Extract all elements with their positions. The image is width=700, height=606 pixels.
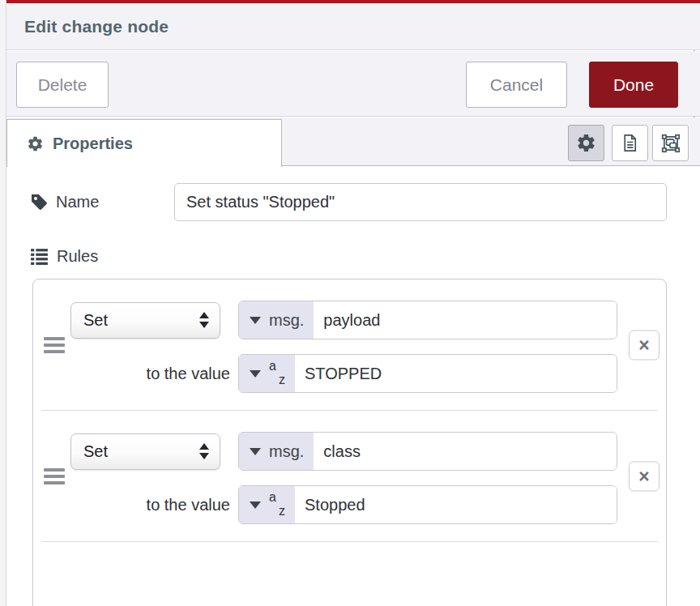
delete-button[interactable]: Delete — [16, 62, 109, 108]
done-button[interactable]: Done — [589, 62, 678, 108]
appearance-tab-button[interactable] — [652, 125, 689, 161]
rules-list: Set msg. to the value — [32, 279, 667, 606]
appearance-icon — [660, 133, 681, 154]
chevron-down-icon — [250, 370, 261, 378]
rule-property-typed-input: msg. — [238, 432, 617, 471]
list-icon — [29, 246, 49, 267]
name-label-text: Name — [56, 193, 99, 211]
rule-value-input[interactable] — [295, 486, 617, 523]
remove-rule-button[interactable]: × — [629, 330, 659, 360]
tab-properties-label: Properties — [53, 134, 133, 153]
tag-icon — [29, 192, 49, 211]
property-prefix-label: msg. — [269, 442, 304, 461]
cancel-button[interactable]: Cancel — [466, 62, 567, 108]
rule-action-select[interactable]: Set — [70, 302, 220, 339]
select-arrows-icon — [199, 312, 209, 328]
property-type-dropdown[interactable]: msg. — [239, 301, 314, 339]
rule-action-value: Set — [83, 442, 108, 461]
dialog-button-row: Delete Cancel Done — [6, 51, 700, 117]
rule-property-typed-input: msg. — [238, 301, 617, 339]
chevron-down-icon — [250, 448, 261, 455]
rule-property-input[interactable] — [314, 433, 617, 470]
remove-rule-button[interactable]: × — [629, 461, 659, 491]
rule-value-input[interactable] — [295, 355, 617, 392]
rule-action-value: Set — [83, 311, 108, 330]
rule-action-select[interactable]: Set — [70, 433, 220, 470]
chevron-down-icon — [250, 317, 261, 324]
rule-value-typed-input: a z — [238, 485, 617, 524]
tab-properties[interactable]: Properties — [6, 119, 282, 167]
edit-change-node-dialog: Edit change node Delete Cancel Done Prop… — [6, 0, 700, 606]
properties-tab-button[interactable] — [568, 125, 604, 161]
editor-stage: Edit change node Delete Cancel Done Prop… — [0, 0, 700, 606]
description-tab-button[interactable] — [612, 125, 648, 161]
property-prefix-label: msg. — [269, 311, 304, 330]
name-input[interactable] — [174, 183, 667, 221]
dialog-content: Name Rules — [6, 166, 700, 606]
to-the-value-label: to the value — [70, 496, 238, 514]
rule-row: Set msg. to the value — [33, 280, 666, 410]
dialog-header: Edit change node — [6, 3, 700, 50]
rules-section-label: Rules — [29, 246, 98, 267]
select-arrows-icon — [199, 443, 209, 459]
value-type-dropdown[interactable]: a z — [239, 486, 295, 523]
close-icon: × — [638, 467, 649, 485]
name-field-label: Name — [29, 192, 99, 211]
dialog-title: Edit change node — [24, 17, 169, 36]
close-icon: × — [638, 335, 649, 354]
rules-label-text: Rules — [57, 247, 98, 266]
property-type-dropdown[interactable]: msg. — [239, 433, 314, 470]
tab-bar: Properties — [6, 117, 700, 166]
chevron-down-icon — [250, 501, 261, 509]
rule-property-input[interactable] — [314, 301, 617, 339]
string-type-icon: a z — [269, 491, 285, 519]
to-the-value-label: to the value — [70, 365, 238, 383]
value-type-dropdown[interactable]: a z — [239, 355, 295, 392]
document-icon — [620, 133, 640, 153]
rule-value-typed-input: a z — [238, 354, 617, 393]
rule-row: Set msg. to the value — [33, 411, 666, 541]
rule-divider — [41, 541, 658, 542]
drag-handle-icon[interactable] — [44, 468, 65, 484]
drag-handle-icon[interactable] — [44, 337, 65, 353]
gear-icon — [576, 133, 596, 153]
workspace-edge — [0, 0, 6, 606]
string-type-icon: a z — [269, 360, 285, 387]
gear-icon — [27, 135, 44, 152]
